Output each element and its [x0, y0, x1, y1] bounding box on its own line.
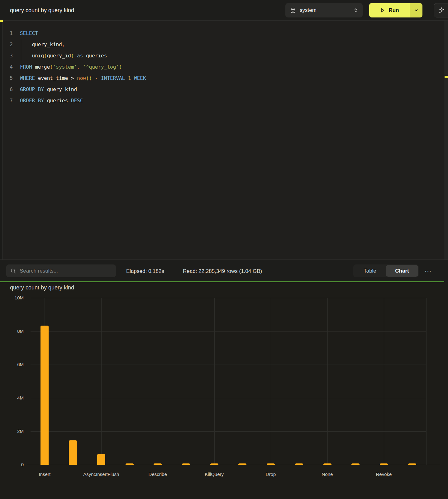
gridline [31, 298, 426, 298]
y-axis-tick-label: 8M [6, 328, 24, 334]
gridline [31, 331, 426, 332]
code-text: ORDER BY queries DESC [13, 95, 83, 106]
chevron-down-icon [414, 8, 419, 13]
query-title: query count by query kind [10, 0, 74, 21]
x-axis-tick-label: Drop [242, 472, 299, 477]
gridline [214, 298, 215, 465]
code-line[interactable]: 1SELECT [0, 28, 436, 39]
gridline [101, 298, 102, 465]
code-lines: 1SELECT2 query_kind,3 uniq(query_id) as … [0, 28, 436, 106]
sparkles-icon [438, 7, 445, 14]
y-axis-tick-label: 10M [6, 295, 24, 300]
code-text: WHERE event_time > now() - INTERVAL 1 WE… [13, 73, 146, 84]
code-line[interactable]: 3 uniq(query_id) as queries [0, 50, 436, 61]
code-line[interactable]: 6GROUP BY query_kind [0, 84, 436, 95]
database-selector-value: system [300, 7, 353, 13]
bar[interactable] [154, 463, 162, 465]
chart-view-button[interactable]: Chart [386, 265, 418, 277]
bar[interactable] [126, 463, 134, 465]
code-line[interactable]: 5WHERE event_time > now() - INTERVAL 1 W… [0, 73, 436, 84]
line-number: 5 [0, 73, 13, 84]
sql-editor[interactable]: 1SELECT2 query_kind,3 uniq(query_id) as … [0, 21, 448, 259]
code-text: SELECT [13, 28, 38, 39]
gridline [31, 431, 426, 432]
gridline [271, 298, 271, 465]
gridline [31, 365, 426, 365]
database-selector[interactable]: system [285, 3, 363, 17]
search-results-input[interactable] [20, 268, 107, 274]
x-axis-tick-label: Revoke [355, 472, 412, 477]
search-box [6, 264, 116, 277]
bar[interactable] [323, 463, 331, 465]
results-toolbar: Elapsed: 0.182s Read: 22,285,349 rows (1… [0, 259, 448, 282]
y-axis-tick-label: 6M [6, 362, 24, 367]
top-bar: query count by query kind system Run [0, 0, 448, 21]
gridline [31, 398, 426, 398]
chart-title: query count by query kind [10, 284, 74, 291]
code-text: uniq(query_id) as queries [13, 50, 107, 61]
play-icon [380, 7, 385, 13]
line-number: 3 [0, 50, 13, 61]
gridline [327, 298, 328, 465]
elapsed-stat: Elapsed: 0.182s [126, 260, 164, 283]
line-number: 4 [0, 61, 13, 73]
code-text: GROUP BY query_kind [13, 84, 77, 95]
run-button-group: Run [369, 3, 422, 17]
x-axis-tick-label: AsyncInsertFlush [73, 472, 130, 477]
bar[interactable] [69, 440, 77, 465]
editor-top-marker [0, 20, 3, 22]
view-toggle: Table Chart [353, 264, 419, 277]
more-options-button[interactable]: ⋯ [421, 264, 435, 277]
x-axis-tick-label: Describe [129, 472, 186, 477]
ai-assist-button[interactable] [434, 3, 448, 17]
chart-panel: query count by query kind 10M8M6M4M2M0In… [0, 282, 448, 499]
bar[interactable] [210, 463, 218, 465]
bar[interactable] [97, 454, 105, 465]
scrollbar-marker [445, 76, 448, 78]
indent-guide [21, 39, 21, 61]
line-number: 2 [0, 39, 13, 50]
gridline [158, 298, 158, 465]
bar[interactable] [182, 463, 190, 465]
bar[interactable] [351, 463, 360, 465]
gridline [384, 298, 384, 465]
search-icon [11, 268, 16, 274]
y-axis-tick-label: 2M [6, 429, 24, 434]
line-number: 6 [0, 84, 13, 95]
code-line[interactable]: 4FROM merge('system', '^query_log') [0, 61, 436, 73]
bar[interactable] [267, 463, 275, 465]
read-stat: Read: 22,285,349 rows (1.04 GB) [183, 260, 262, 283]
x-axis-tick-label: KillQuery [186, 472, 243, 477]
gridline [426, 298, 427, 465]
code-line[interactable]: 7ORDER BY queries DESC [0, 95, 436, 106]
code-line[interactable]: 2 query_kind, [0, 39, 436, 50]
bar[interactable] [408, 463, 416, 465]
table-view-button[interactable]: Table [354, 265, 386, 277]
code-text: FROM merge('system', '^query_log') [13, 61, 122, 73]
x-axis-tick-label: None [299, 472, 356, 477]
bar[interactable] [295, 463, 303, 465]
bar[interactable] [380, 463, 388, 465]
line-number: 7 [0, 95, 13, 106]
x-axis-line [27, 465, 440, 465]
run-button-label: Run [388, 7, 399, 13]
y-axis-tick-label: 4M [6, 395, 24, 400]
up-down-chevron-icon [353, 7, 358, 13]
database-icon [290, 7, 296, 13]
run-button[interactable]: Run [369, 3, 410, 17]
x-axis-tick-label: Insert [16, 472, 73, 477]
bar[interactable] [238, 463, 246, 465]
y-axis-tick-label: 0 [6, 462, 24, 467]
run-options-button[interactable] [410, 3, 422, 17]
bar[interactable] [41, 326, 49, 465]
line-number: 1 [0, 28, 13, 39]
